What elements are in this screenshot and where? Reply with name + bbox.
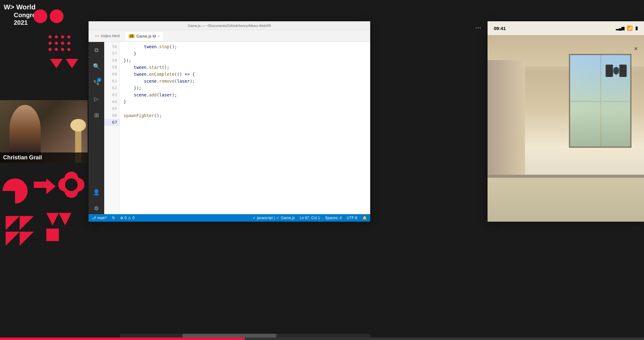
more-options-button[interactable]: ⋯ [475, 24, 481, 31]
encoding-label: UTF-8 [347, 216, 357, 220]
svg-point-6 [61, 42, 64, 45]
speaker-name: Christian Grail [3, 154, 42, 161]
red-dot-right [50, 9, 64, 23]
code-area: 56 57 58 59 60 61 62 63 64 65 66 67 twee… [104, 42, 370, 214]
language-name: javascript [257, 216, 273, 220]
room-wall [488, 60, 525, 185]
error-count: 0 [125, 216, 127, 220]
svg-point-10 [61, 48, 64, 51]
svg-marker-33 [59, 213, 71, 225]
ln-57: 57 [104, 50, 120, 57]
code-line-60: tween.onComplete(() => { [120, 71, 370, 78]
scrollbar-thumb[interactable] [182, 334, 276, 337]
code-line-57: } [120, 50, 370, 57]
ln-66: 66 [104, 112, 120, 119]
svg-point-3 [67, 35, 70, 39]
tab-index-html[interactable]: <> index.html [91, 31, 123, 41]
source-control-icon[interactable]: 1 [91, 77, 102, 88]
error-icon: ⊗ [120, 216, 123, 220]
red-dots-decoration [33, 9, 64, 23]
status-position[interactable]: Ln 67, Col 1 [300, 216, 320, 220]
status-branch[interactable]: ⎇ main* [92, 216, 107, 220]
svg-point-1 [55, 35, 58, 39]
status-bell[interactable]: 🔔 [362, 216, 367, 220]
activity-bar: ⧉ 🔍 1 ▷ ⊞ 👤 ⚙ [89, 42, 104, 214]
editor-statusbar: ⎇ main* ↻ ⊗ 0 ⚠ 0 ✓ javascript | ✓ Game.… [89, 214, 370, 222]
ln-59: 59 [104, 64, 120, 71]
status-language[interactable]: ✓ javascript | ✓ Game.js [253, 216, 295, 220]
svg-point-2 [61, 35, 64, 39]
tab-icon-js: JS [129, 34, 134, 38]
svg-marker-13 [66, 59, 78, 68]
ln-58: 58 [104, 57, 120, 64]
code-line-63: scene.add(laser); [120, 91, 370, 98]
svg-marker-29 [20, 216, 34, 230]
tab-close-button[interactable]: × [158, 34, 160, 38]
branch-name: main* [97, 216, 107, 220]
svg-point-36 [97, 84, 99, 85]
svg-point-9 [55, 48, 58, 51]
progress-bar-fill [0, 337, 245, 340]
svg-point-4 [49, 42, 52, 45]
run-debug-icon[interactable]: ▷ [91, 93, 102, 105]
red-dot-left [33, 9, 47, 23]
sync-icon: ↻ [112, 216, 115, 220]
signal-bars: ▂▄▆ [616, 26, 624, 30]
svg-point-7 [67, 42, 70, 45]
editor-title-text: Game.js — ~/Documents/GitHub/henry/Alita… [188, 24, 271, 28]
wifi-indicator: 📶 [627, 25, 633, 31]
svg-point-11 [67, 48, 70, 51]
code-line-61: scene.remove(laser); [120, 78, 370, 85]
code-editor: Game.js — ~/Documents/GitHub/henry/Alita… [89, 21, 370, 222]
svg-rect-34 [46, 229, 59, 241]
scrollbar-track[interactable] [89, 334, 370, 337]
room-floor [488, 175, 644, 222]
status-spaces[interactable]: Spaces: 4 [325, 216, 342, 220]
warning-icon: ⚠ [128, 216, 131, 220]
code-content[interactable]: tween.stop(); } }); tween.start(); tween… [120, 42, 370, 214]
svg-marker-22 [46, 178, 56, 194]
status-sync[interactable]: ↻ [112, 216, 115, 220]
status-errors[interactable]: ⊗ 0 ⚠ 0 [120, 216, 135, 220]
ln-61: 61 [104, 78, 120, 85]
svg-point-27 [65, 178, 78, 191]
account-icon[interactable]: 👤 [91, 187, 102, 198]
battery-indicator: ▮ [635, 25, 638, 31]
search-icon[interactable]: 🔍 [91, 61, 102, 72]
explorer-icon[interactable]: ⧉ [91, 44, 102, 56]
video-progress-bar[interactable] [0, 337, 644, 340]
ln-64: 64 [104, 98, 120, 105]
speaker-name-bar: Christian Grail [0, 152, 88, 163]
svg-point-5 [55, 42, 58, 45]
editor-tabbar: <> index.html JS Game.js M × [89, 30, 370, 42]
tab-label-js: Game.js M [136, 34, 156, 39]
svg-marker-21 [34, 182, 46, 188]
source-control-badge: 1 [97, 78, 101, 82]
extensions-icon[interactable]: ⊞ [91, 110, 102, 121]
svg-rect-49 [620, 65, 627, 77]
svg-point-35 [94, 80, 96, 82]
ln-62: 62 [104, 85, 120, 91]
warning-count: 0 [132, 216, 135, 220]
code-line-56: tween.stop(); [120, 43, 370, 50]
svg-point-42 [614, 69, 618, 73]
room-baseboard [488, 175, 644, 178]
svg-point-0 [49, 35, 52, 39]
svg-marker-31 [20, 232, 34, 246]
ln-67: 67 [104, 119, 120, 126]
ln-60: 60 [104, 71, 120, 78]
code-line-65 [120, 105, 370, 112]
mobile-app-content [488, 35, 644, 222]
line-numbers: 56 57 58 59 60 61 62 63 64 65 66 67 [104, 42, 120, 214]
mobile-close-button[interactable]: × [634, 45, 638, 52]
settings-icon[interactable]: ⚙ [91, 203, 102, 214]
status-encoding[interactable]: UTF-8 [347, 216, 357, 220]
bell-icon: 🔔 [362, 216, 367, 220]
code-line-66: spawnFighter(); [120, 112, 370, 119]
code-line-67 [120, 119, 370, 126]
tab-game-js[interactable]: JS Game.js M × [125, 31, 164, 41]
filename-status: Game.js [281, 216, 295, 220]
svg-point-8 [49, 48, 52, 51]
lamp-shade [70, 119, 86, 131]
video-feed: Christian Grail [0, 100, 88, 163]
